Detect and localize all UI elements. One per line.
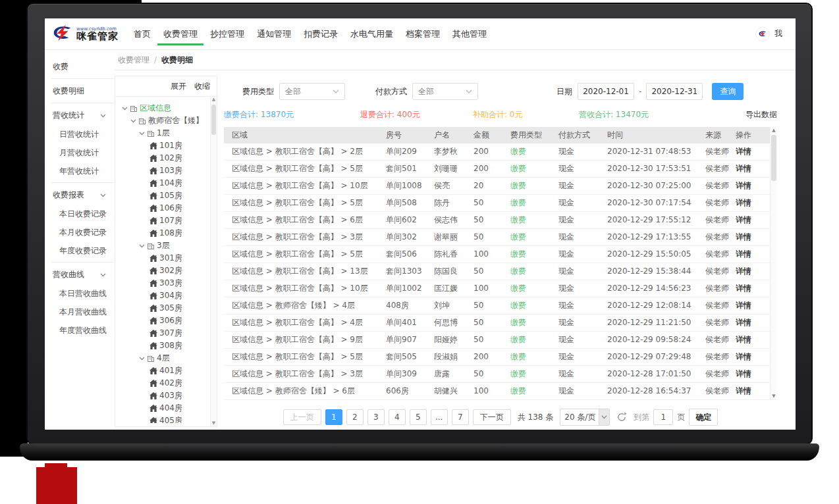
scroll-up-icon[interactable]: ▲ (772, 127, 775, 134)
nav-item-5[interactable]: 扣费记录 (298, 18, 344, 50)
user-menu[interactable]: 我 (755, 27, 796, 41)
tree-node-304房[interactable]: 304房 (115, 290, 217, 302)
tree-node-306房[interactable]: 306房 (115, 315, 217, 327)
nav-item-1[interactable]: 首页 (128, 18, 157, 50)
chevron-down-icon[interactable] (138, 244, 146, 248)
chevron-down-icon[interactable] (138, 357, 146, 361)
chevron-down-icon[interactable] (138, 132, 146, 136)
page-button-5[interactable]: 5 (410, 409, 427, 425)
page-ellipsis[interactable]: ... (431, 409, 448, 425)
export-data-link[interactable]: 导出数据 (745, 107, 777, 122)
page-button-3[interactable]: 3 (367, 409, 385, 425)
sidebar-item-年营收统计[interactable]: 年营收统计 (45, 162, 115, 180)
page-button-1[interactable]: 1 (325, 409, 342, 425)
nav-item-6[interactable]: 水电气用量 (344, 18, 399, 50)
page-size-select[interactable]: 20 条/页 (560, 409, 610, 426)
collapse-all-button[interactable]: 收缩 (194, 81, 210, 92)
detail-link[interactable]: 详情 (736, 198, 751, 207)
tree-node-404房[interactable]: 404房 (115, 402, 217, 415)
table-scrollbar[interactable]: ▲ ▼ (770, 127, 777, 399)
tree-node-101房[interactable]: 101房 (115, 139, 217, 152)
tree-node-105房[interactable]: 105房 (115, 189, 217, 202)
nav-item-2[interactable]: 收费管理 (157, 18, 203, 50)
tree-node-305房[interactable]: 305房 (115, 302, 217, 315)
fee-type-select[interactable]: 全部 (279, 83, 345, 100)
tree-node-303房[interactable]: 303房 (115, 277, 217, 290)
tree-node-308房[interactable]: 308房 (115, 340, 217, 352)
detail-link[interactable]: 详情 (736, 232, 751, 241)
tree-node-4层[interactable]: 4层 (115, 352, 217, 365)
sidebar-group-收费报表[interactable]: 收费报表 (45, 185, 115, 205)
detail-link[interactable]: 详情 (736, 215, 751, 224)
sidebar-item-年度收费记录[interactable]: 年度收费记录 (45, 241, 115, 260)
scroll-thumb[interactable] (211, 105, 216, 135)
detail-link[interactable]: 详情 (736, 352, 751, 361)
sidebar-item-本日收费记录[interactable]: 本日收费记录 (45, 205, 115, 223)
scroll-down-icon[interactable]: ▼ (772, 393, 775, 399)
tree-node-区域信息[interactable]: 区域信息 (115, 102, 217, 114)
sidebar-item-本月营收曲线[interactable]: 本月营收曲线 (45, 303, 115, 321)
scroll-down-icon[interactable]: ▼ (212, 420, 215, 426)
detail-link[interactable]: 详情 (736, 266, 751, 276)
tree-node-403房[interactable]: 403房 (115, 390, 217, 402)
tree-node-104房[interactable]: 104房 (115, 177, 217, 189)
date-start-input[interactable] (578, 83, 634, 100)
detail-link[interactable]: 详情 (736, 181, 751, 190)
tree-node-102房[interactable]: 102房 (115, 152, 217, 164)
tree-node-301房[interactable]: 301房 (115, 252, 217, 265)
tree-node-108房[interactable]: 108房 (115, 227, 217, 239)
sidebar-item-日营收统计[interactable]: 日营收统计 (45, 125, 115, 143)
tree-node-107房[interactable]: 107房 (115, 214, 217, 227)
nav-item-3[interactable]: 抄控管理 (204, 18, 250, 50)
detail-link[interactable]: 详情 (736, 335, 751, 344)
detail-link[interactable]: 详情 (736, 318, 751, 327)
chevron-down-icon[interactable] (129, 119, 138, 123)
breadcrumb-parent[interactable]: 收费管理 (118, 55, 149, 66)
prev-page-button[interactable]: 上一页 (283, 409, 321, 425)
sidebar-group-营收统计[interactable]: 营收统计 (45, 105, 115, 125)
confirm-button[interactable]: 确定 (689, 409, 718, 426)
detail-link[interactable]: 详情 (736, 369, 751, 378)
tree-node-3层[interactable]: 3层 (115, 239, 217, 252)
sidebar-item-收费明细[interactable]: 收费明细 (45, 81, 115, 101)
sidebar-item-本月收费记录[interactable]: 本月收费记录 (45, 223, 115, 241)
sidebar-item-月营收统计[interactable]: 月营收统计 (45, 143, 115, 162)
tree-node-1层[interactable]: 1层 (115, 127, 217, 139)
detail-link[interactable]: 详情 (736, 249, 751, 259)
page-button-4[interactable]: 4 (389, 409, 406, 425)
nav-item-4[interactable]: 通知管理 (251, 18, 297, 50)
nav-item-7[interactable]: 档案管理 (400, 18, 446, 50)
query-button[interactable]: 查询 (712, 83, 744, 100)
page-button-7[interactable]: 7 (452, 409, 469, 425)
tree-node-103房[interactable]: 103房 (115, 164, 217, 177)
detail-link[interactable]: 详情 (736, 147, 751, 156)
tree-node-106房[interactable]: 106房 (115, 202, 217, 214)
chevron-down-icon[interactable] (121, 107, 129, 111)
page-button-2[interactable]: 2 (346, 409, 364, 425)
sidebar-item-年度营收曲线[interactable]: 年度营收曲线 (45, 321, 115, 340)
nav-item-8[interactable]: 其他管理 (447, 18, 493, 50)
scroll-thumb[interactable] (771, 135, 776, 181)
sidebar-item-收费[interactable]: 收费 (45, 57, 115, 76)
date-end-input[interactable] (646, 83, 703, 100)
brand-logo[interactable]: www.csyndb.com 咪雀管家 (51, 24, 119, 43)
tree-node-401房[interactable]: 401房 (115, 365, 217, 377)
tree-node-307房[interactable]: 307房 (115, 327, 217, 340)
tree-node-405房[interactable]: 405房 (115, 415, 217, 423)
jump-page-input[interactable] (653, 409, 673, 425)
expand-all-button[interactable]: 展开 (171, 81, 186, 92)
sidebar-item-本日营收曲线[interactable]: 本日营收曲线 (45, 284, 115, 303)
tree-node-402房[interactable]: 402房 (115, 377, 217, 390)
next-page-button[interactable]: 下一页 (473, 409, 511, 425)
sidebar-group-营收曲线[interactable]: 营收曲线 (45, 265, 115, 284)
detail-link[interactable]: 详情 (736, 386, 751, 395)
refresh-icon[interactable] (616, 412, 627, 422)
detail-link[interactable]: 详情 (736, 284, 751, 293)
tree-node-302房[interactable]: 302房 (115, 265, 217, 277)
detail-link[interactable]: 详情 (736, 301, 751, 310)
tree-scrollbar[interactable]: ▲ ▼ (210, 97, 217, 426)
detail-link[interactable]: 详情 (736, 164, 751, 173)
pay-method-select[interactable]: 全部 (412, 83, 478, 100)
tree-node-教师宿舍【矮】[interactable]: 教师宿舍【矮】 (115, 114, 217, 127)
scroll-up-icon[interactable]: ▲ (212, 97, 215, 103)
